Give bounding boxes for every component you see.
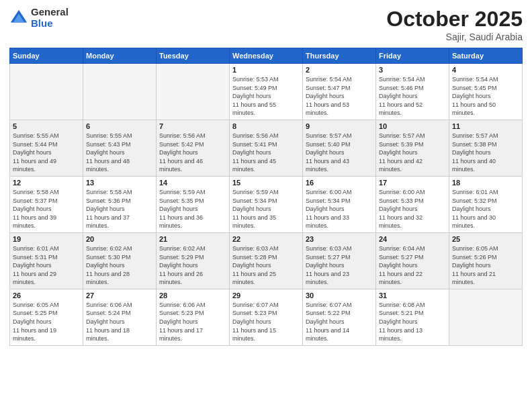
table-row: 19 Sunrise: 6:01 AM Sunset: 5:31 PM Dayl… [10,232,83,289]
calendar-row: 26 Sunrise: 6:05 AM Sunset: 5:25 PM Dayl… [10,289,523,345]
day-info: Sunrise: 5:56 AM Sunset: 5:42 PM Dayligh… [159,132,226,174]
day-number: 4 [452,66,519,74]
table-row: 18 Sunrise: 6:01 AM Sunset: 5:32 PM Dayl… [449,176,523,232]
day-info: Sunrise: 5:59 AM Sunset: 5:34 PM Dayligh… [232,188,300,230]
table-row: 20 Sunrise: 6:02 AM Sunset: 5:30 PM Dayl… [83,232,157,289]
day-info: Sunrise: 5:54 AM Sunset: 5:46 PM Dayligh… [379,75,446,118]
logo-blue: Blue [31,18,69,30]
table-row: 9 Sunrise: 5:57 AM Sunset: 5:40 PM Dayli… [303,120,376,176]
logo-text: General Blue [31,7,69,29]
day-number: 21 [159,235,226,243]
day-info: Sunrise: 6:02 AM Sunset: 5:29 PM Dayligh… [159,244,226,287]
day-info: Sunrise: 6:04 AM Sunset: 5:27 PM Dayligh… [379,244,446,287]
day-number: 16 [306,179,373,187]
day-info: Sunrise: 5:57 AM Sunset: 5:38 PM Dayligh… [452,132,519,174]
calendar: Sunday Monday Tuesday Wednesday Thursday… [9,48,523,346]
day-info: Sunrise: 6:05 AM Sunset: 5:26 PM Dayligh… [452,244,519,287]
day-info: Sunrise: 6:03 AM Sunset: 5:27 PM Dayligh… [306,244,373,287]
table-row: 14 Sunrise: 5:59 AM Sunset: 5:35 PM Dayl… [157,176,230,232]
day-number: 12 [13,179,80,187]
day-number: 26 [13,291,80,300]
day-number: 8 [232,122,300,130]
day-info: Sunrise: 6:05 AM Sunset: 5:25 PM Dayligh… [13,301,80,343]
day-info: Sunrise: 5:54 AM Sunset: 5:45 PM Dayligh… [452,75,519,118]
table-row: 12 Sunrise: 5:58 AM Sunset: 5:37 PM Dayl… [10,176,83,232]
day-info: Sunrise: 6:02 AM Sunset: 5:30 PM Dayligh… [86,244,153,287]
day-number: 22 [232,235,300,243]
logo-icon [9,9,28,28]
day-info: Sunrise: 5:55 AM Sunset: 5:44 PM Dayligh… [13,132,80,174]
day-number: 13 [86,179,153,187]
day-info: Sunrise: 6:06 AM Sunset: 5:23 PM Dayligh… [159,301,226,343]
table-row [449,289,523,345]
col-thursday: Thursday [303,48,376,64]
day-info: Sunrise: 5:56 AM Sunset: 5:41 PM Dayligh… [232,132,300,174]
day-number: 19 [13,235,80,243]
calendar-row: 19 Sunrise: 6:01 AM Sunset: 5:31 PM Dayl… [10,232,523,289]
day-number: 11 [452,122,519,130]
table-row: 22 Sunrise: 6:03 AM Sunset: 5:28 PM Dayl… [230,232,303,289]
day-info: Sunrise: 5:53 AM Sunset: 5:49 PM Dayligh… [232,75,300,118]
table-row: 2 Sunrise: 5:54 AM Sunset: 5:47 PM Dayli… [303,64,376,120]
day-info: Sunrise: 6:07 AM Sunset: 5:22 PM Dayligh… [306,301,373,343]
day-number: 29 [232,291,300,300]
title-block: October 2025 Sajir, Saudi Arabia [386,7,523,42]
table-row: 4 Sunrise: 5:54 AM Sunset: 5:45 PM Dayli… [449,64,523,120]
table-row: 5 Sunrise: 5:55 AM Sunset: 5:44 PM Dayli… [10,120,83,176]
table-row: 23 Sunrise: 6:03 AM Sunset: 5:27 PM Dayl… [303,232,376,289]
table-row: 3 Sunrise: 5:54 AM Sunset: 5:46 PM Dayli… [376,64,449,120]
logo: General Blue [9,7,69,29]
day-number: 6 [86,122,153,130]
day-info: Sunrise: 6:00 AM Sunset: 5:34 PM Dayligh… [306,188,373,230]
col-monday: Monday [83,48,157,64]
day-number: 1 [232,66,300,74]
day-number: 5 [13,122,80,130]
day-number: 25 [452,235,519,243]
day-number: 9 [306,122,373,130]
day-number: 23 [306,235,373,243]
day-number: 3 [379,66,446,74]
table-row: 16 Sunrise: 6:00 AM Sunset: 5:34 PM Dayl… [303,176,376,232]
day-number: 28 [159,291,226,300]
day-number: 24 [379,235,446,243]
calendar-row: 1 Sunrise: 5:53 AM Sunset: 5:49 PM Dayli… [10,64,523,120]
location-subtitle: Sajir, Saudi Arabia [386,32,523,42]
table-row: 7 Sunrise: 5:56 AM Sunset: 5:42 PM Dayli… [157,120,230,176]
day-info: Sunrise: 5:58 AM Sunset: 5:37 PM Dayligh… [13,188,80,230]
table-row: 29 Sunrise: 6:07 AM Sunset: 5:23 PM Dayl… [230,289,303,345]
table-row: 31 Sunrise: 6:08 AM Sunset: 5:21 PM Dayl… [376,289,449,345]
col-wednesday: Wednesday [230,48,303,64]
month-title: October 2025 [386,7,523,32]
table-row: 8 Sunrise: 5:56 AM Sunset: 5:41 PM Dayli… [230,120,303,176]
day-info: Sunrise: 6:03 AM Sunset: 5:28 PM Dayligh… [232,244,300,287]
table-row: 6 Sunrise: 5:55 AM Sunset: 5:43 PM Dayli… [83,120,157,176]
table-row: 27 Sunrise: 6:06 AM Sunset: 5:24 PM Dayl… [83,289,157,345]
day-info: Sunrise: 6:01 AM Sunset: 5:31 PM Dayligh… [13,244,80,287]
day-info: Sunrise: 6:06 AM Sunset: 5:24 PM Dayligh… [86,301,153,343]
calendar-row: 5 Sunrise: 5:55 AM Sunset: 5:44 PM Dayli… [10,120,523,176]
day-number: 10 [379,122,446,130]
day-info: Sunrise: 5:59 AM Sunset: 5:35 PM Dayligh… [159,188,226,230]
day-info: Sunrise: 5:57 AM Sunset: 5:40 PM Dayligh… [306,132,373,174]
day-number: 2 [306,66,373,74]
day-info: Sunrise: 6:00 AM Sunset: 5:33 PM Dayligh… [379,188,446,230]
day-info: Sunrise: 6:01 AM Sunset: 5:32 PM Dayligh… [452,188,519,230]
day-info: Sunrise: 5:58 AM Sunset: 5:36 PM Dayligh… [86,188,153,230]
col-tuesday: Tuesday [157,48,230,64]
table-row: 11 Sunrise: 5:57 AM Sunset: 5:38 PM Dayl… [449,120,523,176]
day-number: 31 [379,291,446,300]
day-info: Sunrise: 6:07 AM Sunset: 5:23 PM Dayligh… [232,301,300,343]
day-number: 15 [232,179,300,187]
table-row [10,64,83,120]
table-row: 1 Sunrise: 5:53 AM Sunset: 5:49 PM Dayli… [230,64,303,120]
table-row: 17 Sunrise: 6:00 AM Sunset: 5:33 PM Dayl… [376,176,449,232]
day-info: Sunrise: 5:55 AM Sunset: 5:43 PM Dayligh… [86,132,153,174]
day-number: 7 [159,122,226,130]
table-row: 21 Sunrise: 6:02 AM Sunset: 5:29 PM Dayl… [157,232,230,289]
calendar-header-row: Sunday Monday Tuesday Wednesday Thursday… [10,48,523,64]
table-row: 28 Sunrise: 6:06 AM Sunset: 5:23 PM Dayl… [157,289,230,345]
day-number: 14 [159,179,226,187]
table-row: 13 Sunrise: 5:58 AM Sunset: 5:36 PM Dayl… [83,176,157,232]
col-sunday: Sunday [10,48,83,64]
logo-general: General [31,7,69,18]
